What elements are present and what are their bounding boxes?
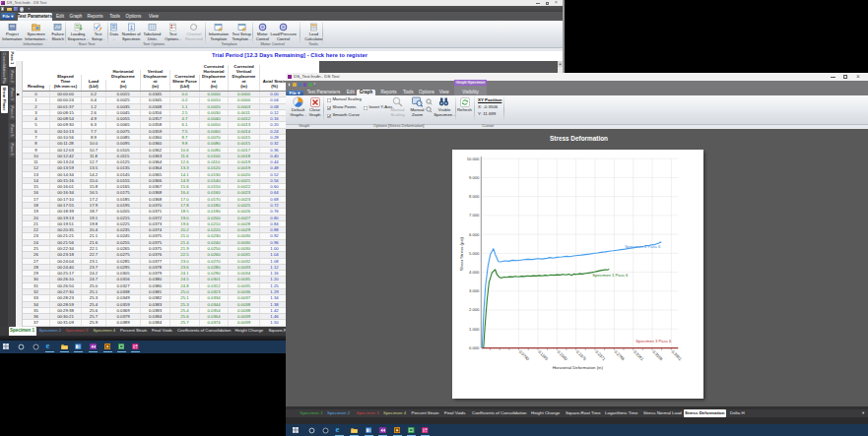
svg-text:5.000: 5.000 [469, 251, 480, 256]
svg-text:8.000: 8.000 [469, 194, 480, 199]
svg-text:0.2371: 0.2371 [594, 349, 607, 362]
svg-text:0.0790: 0.0790 [518, 349, 531, 362]
svg-text:Specimen 3 Pass 6: Specimen 3 Pass 6 [635, 338, 672, 343]
svg-text:0.1185: 0.1185 [537, 349, 550, 362]
svg-text:Shear Stress (psi): Shear Stress (psi) [458, 236, 463, 271]
svg-text:10.000: 10.000 [467, 156, 480, 160]
svg-text:Specimen 2 Pass 6: Specimen 2 Pass 6 [625, 244, 661, 249]
svg-text:0.3951: 0.3951 [670, 349, 683, 362]
svg-text:0.1580: 0.1580 [556, 349, 568, 362]
svg-text:2.000: 2.000 [469, 307, 480, 312]
svg-text:4.000: 4.000 [469, 270, 480, 275]
svg-text:7.000: 7.000 [469, 213, 480, 218]
svg-text:0.3161: 0.3161 [633, 349, 645, 362]
svg-text:Specimen 1 Pass 6: Specimen 1 Pass 6 [592, 273, 629, 278]
svg-text:Horizontal Deformation (in): Horizontal Deformation (in) [552, 364, 603, 369]
svg-text:0.1975: 0.1975 [575, 349, 588, 362]
svg-text:0.000: 0.000 [469, 345, 480, 350]
svg-text:0.3556: 0.3556 [651, 349, 664, 362]
svg-text:0.2766: 0.2766 [613, 349, 626, 362]
svg-text:3.000: 3.000 [469, 288, 480, 293]
svg-text:1.000: 1.000 [469, 326, 480, 331]
svg-text:1: 1 [130, 25, 133, 31]
svg-text:9.000: 9.000 [469, 175, 480, 180]
svg-text:6.000: 6.000 [469, 231, 480, 236]
